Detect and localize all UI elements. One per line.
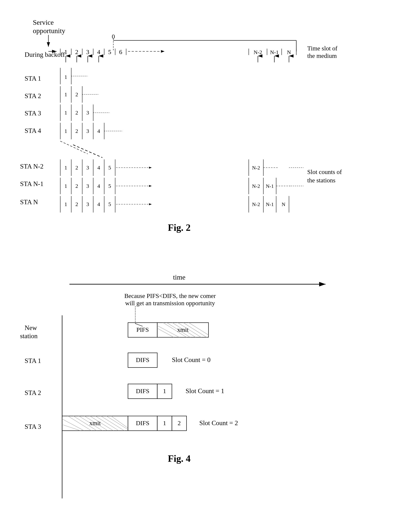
staN1-s4: 4	[97, 183, 100, 189]
page: Service opportunity 0 During backoff , N…	[0, 0, 395, 532]
sta1-fig4-label: STA 1	[25, 357, 41, 364]
sta1-label: STA 1	[25, 75, 41, 82]
staN2-s1: 1	[64, 165, 67, 171]
sta3-label: STA 3	[25, 110, 41, 117]
difs2-label: DIFS	[136, 388, 149, 394]
slot-counts-label1: Slot counts of	[307, 168, 342, 175]
sta3-s3: 3	[86, 110, 89, 116]
staN2-s4: 4	[97, 165, 100, 171]
sta3-slot1-label: 1	[163, 420, 166, 426]
sta2-fig4-label: STA 2	[25, 389, 41, 396]
staN2-label: STA N-2	[20, 163, 44, 170]
xmit-label-new: xmit	[177, 326, 189, 333]
new-station-label2: station	[20, 332, 38, 340]
svg-line-47	[73, 145, 102, 157]
svg-line-95	[154, 326, 174, 337]
svg-line-105	[101, 412, 130, 431]
sta4-s3: 3	[86, 128, 89, 134]
staN-s5: 5	[108, 201, 111, 207]
difs3-label: DIFS	[136, 420, 149, 426]
sta4-s2: 2	[75, 128, 78, 134]
sta2-label: STA 2	[25, 92, 41, 100]
tsN2: N-2	[254, 49, 262, 55]
sta4-label: STA 4	[25, 127, 41, 134]
sta3-fig4-label: STA 3	[25, 423, 41, 430]
staN2-s3: 3	[86, 165, 89, 171]
svg-line-98	[62, 412, 92, 431]
staN1-s5: 5	[108, 183, 111, 189]
staN-s4: 4	[97, 201, 100, 207]
sta2-s1: 1	[64, 91, 67, 98]
difs1-label: DIFS	[136, 357, 149, 363]
ts3: 3	[86, 49, 89, 55]
staN1-s1: 1	[64, 183, 67, 189]
annotation2: will get an transmission opportunity	[125, 300, 215, 307]
tsN1: N-1	[270, 49, 279, 55]
staN-sN1: N-1	[266, 202, 274, 207]
staN1-sN1: N-1	[266, 183, 274, 189]
staN1-sN2: N-2	[252, 183, 260, 189]
sta2-s2: 2	[75, 91, 78, 98]
fig4-label: Fig. 4	[168, 453, 191, 464]
fig2-diagram: Service opportunity 0 During backoff , N…	[15, 11, 380, 257]
slot-count-sta2: Slot Count = 1	[186, 387, 225, 395]
staN2-sN2: N-2	[252, 165, 260, 171]
time-slot-label1: Time slot of	[307, 45, 338, 52]
annotation1: Because PIFS<DIFS, the new comer	[124, 292, 216, 299]
staN2-s5: 5	[108, 165, 111, 171]
staN-sN: N	[282, 202, 285, 207]
ts1: 1	[64, 49, 67, 55]
ts4: 4	[97, 49, 100, 55]
sta4-s4: 4	[97, 128, 100, 134]
fig2-svg: Service opportunity 0 During backoff , N…	[15, 11, 380, 257]
sta3-xmit-label: xmit	[89, 420, 101, 426]
sta3-s2: 2	[75, 110, 78, 116]
slot-counts-label2: the stations	[307, 177, 335, 184]
sta2-slot1-label: 1	[163, 388, 166, 394]
time-slot-label2: the medium	[307, 52, 337, 59]
svg-line-85	[135, 324, 143, 326]
pifs-label: PIFS	[136, 326, 149, 333]
opportunity-label: opportunity	[33, 27, 65, 34]
staN-s2: 2	[75, 201, 78, 207]
staN1-label: STA N-1	[20, 180, 44, 187]
svg-line-48	[60, 141, 88, 154]
tsN: N	[287, 49, 291, 55]
staN-sN2: N-2	[252, 202, 260, 207]
during-backoff-label: During backoff	[25, 51, 65, 58]
staN-label: STA N	[20, 198, 38, 206]
fig4-svg: time Because PIFS<DIFS, the new comer wi…	[15, 268, 380, 519]
slot-count-sta3: Slot Count = 2	[199, 419, 238, 427]
fig4-diagram: time Because PIFS<DIFS, the new comer wi…	[15, 268, 380, 519]
ts6: 6	[119, 49, 122, 55]
sta4-s1: 1	[64, 128, 67, 134]
staN-s3: 3	[86, 201, 89, 207]
ts2: 2	[75, 49, 78, 55]
new-station-label1: New	[25, 324, 37, 331]
ts5: 5	[108, 49, 111, 55]
sta1-s1: 1	[64, 74, 67, 80]
fig2-label: Fig. 2	[168, 222, 191, 233]
sta3-s1: 1	[64, 110, 67, 116]
staN1-s2: 2	[75, 183, 78, 189]
sta3-slot2-label: 2	[178, 420, 181, 426]
staN-s1: 1	[64, 201, 67, 207]
time-label: time	[173, 273, 185, 281]
staN1-s3: 3	[86, 183, 89, 189]
staN2-s2: 2	[75, 165, 78, 171]
slot-count-sta1: Slot Count = 0	[172, 356, 211, 364]
service-label: Service	[33, 19, 54, 26]
